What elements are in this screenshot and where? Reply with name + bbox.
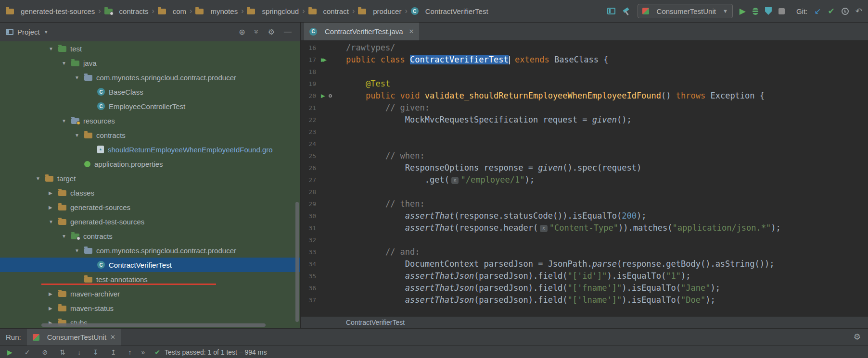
breadcrumb-item-springcloud[interactable]: springcloud bbox=[247, 7, 299, 15]
git-update-icon[interactable]: ↙ bbox=[814, 7, 821, 15]
run-settings-gear-icon[interactable]: ⚙ bbox=[854, 332, 861, 342]
run-with-coverage-button[interactable] bbox=[765, 7, 772, 15]
project-view-dropdown-icon[interactable]: ▼ bbox=[44, 29, 49, 35]
rerun-tests-icon[interactable]: ▶ bbox=[7, 349, 13, 356]
expand-down-icon[interactable]: ▼ bbox=[45, 46, 58, 51]
tree-item-shouldreturnemployeewhenemployeeid[interactable]: shouldReturnEmployeeWhenEmployeeIdFound.… bbox=[0, 142, 300, 157]
breadcrumb-item-mynotes[interactable]: mynotes bbox=[195, 7, 238, 15]
run-test-icon[interactable]: ▶ bbox=[321, 93, 325, 99]
breadcrumb-item-com[interactable]: com bbox=[158, 7, 186, 15]
tree-item-generated-sources[interactable]: ▶generated-sources bbox=[0, 200, 300, 214]
breadcrumb-item-producer[interactable]: producer bbox=[358, 7, 401, 15]
folder-green-icon bbox=[71, 61, 79, 66]
run-class-icon[interactable]: ▶▶ bbox=[321, 57, 328, 63]
line-number: 32 bbox=[301, 236, 320, 244]
run-panel-tab[interactable]: ConsumerTestUnit ✕ bbox=[27, 329, 121, 346]
tree-item-com-mynotes-springcloud-contract-p[interactable]: ▼com.mynotes.springcloud.contract.produc… bbox=[0, 70, 300, 85]
folder-tan-icon bbox=[158, 9, 166, 14]
run-button[interactable]: ▶ bbox=[740, 7, 746, 15]
sort-alphabetically-icon[interactable]: ⇅ bbox=[60, 349, 65, 356]
tree-item-application-properties[interactable]: application.properties bbox=[0, 157, 300, 171]
breadcrumb-item-contract[interactable]: contract bbox=[308, 7, 349, 15]
tree-item-classes[interactable]: ▶classes bbox=[0, 185, 300, 200]
collapse-all-icon[interactable]: » bbox=[252, 30, 261, 34]
tree-item-target[interactable]: ▼target bbox=[0, 171, 300, 185]
expand-right-icon[interactable]: ▶ bbox=[45, 205, 58, 210]
debug-button[interactable] bbox=[753, 8, 758, 15]
breadcrumb-item-generated-test-sources[interactable]: generated-test-sources bbox=[6, 7, 95, 15]
expand-right-icon[interactable]: ▶ bbox=[45, 291, 58, 296]
line-number: 35 bbox=[301, 272, 320, 280]
breadcrumb-item-contractverifiertest[interactable]: ContractVerifierTest bbox=[411, 7, 488, 15]
tree-item-test[interactable]: ▼test bbox=[0, 41, 300, 56]
tree-item-contractverifiertest[interactable]: ContractVerifierTest bbox=[0, 258, 300, 272]
tree-horizontal-scrollbar[interactable] bbox=[41, 323, 266, 327]
tree-item-label: generated-test-sources bbox=[70, 218, 144, 226]
code-text: public class ContractVerifierTest extend… bbox=[334, 54, 609, 66]
expand-down-icon[interactable]: ▼ bbox=[45, 219, 58, 224]
stop-button[interactable] bbox=[779, 8, 785, 14]
tree-vertical-scrollbar[interactable] bbox=[295, 202, 299, 322]
expand-right-icon[interactable]: ▶ bbox=[45, 190, 58, 196]
code-line-17: 17▶▶public class ContractVerifierTest ex… bbox=[301, 54, 868, 66]
hide-panel-icon[interactable]: — bbox=[284, 27, 292, 36]
code-text: ResponseOptions response = given().spec(… bbox=[334, 162, 641, 174]
toggle-auto-test-icon[interactable]: ✓ bbox=[25, 349, 30, 356]
code-editor[interactable]: 16/rawtypes/17▶▶public class ContractVer… bbox=[301, 41, 868, 316]
tree-item-maven-status[interactable]: ▶maven-status bbox=[0, 301, 300, 315]
breadcrumb-separator-icon: › bbox=[152, 7, 154, 15]
close-run-tab-icon[interactable]: ✕ bbox=[110, 333, 115, 341]
sort-by-duration-icon[interactable]: ↓ bbox=[77, 349, 81, 356]
locate-file-icon[interactable]: ⊕ bbox=[239, 27, 245, 37]
tree-item-contracts[interactable]: ▼contracts bbox=[0, 229, 300, 243]
folder-tan-icon bbox=[358, 9, 366, 14]
line-number: 36 bbox=[301, 284, 320, 292]
line-number: 33 bbox=[301, 248, 320, 256]
parameter-hint-chip: s bbox=[540, 225, 548, 232]
tree-item-java[interactable]: ▼java bbox=[0, 56, 300, 70]
close-tab-icon[interactable]: ✕ bbox=[409, 28, 414, 35]
git-commit-icon[interactable]: ✔ bbox=[828, 7, 835, 15]
project-window-icon bbox=[6, 29, 13, 35]
folder-green-icon bbox=[58, 46, 66, 52]
expand-down-icon[interactable]: ▼ bbox=[58, 234, 71, 239]
expand-down-icon[interactable]: ▼ bbox=[32, 176, 45, 181]
code-text: // given: bbox=[334, 102, 430, 114]
git-rollback-icon[interactable]: ↶ bbox=[855, 7, 862, 15]
line-number: 34 bbox=[301, 260, 320, 268]
git-history-icon[interactable] bbox=[842, 8, 849, 15]
expand-down-icon[interactable]: ▼ bbox=[58, 118, 71, 123]
tree-item-contracts[interactable]: ▼contracts bbox=[0, 128, 300, 142]
editor-tab-active[interactable]: ContractVerifierTest.java ✕ bbox=[304, 23, 419, 40]
settings-gear-icon[interactable]: ⚙ bbox=[268, 27, 275, 37]
code-line-19: 19 @Test bbox=[301, 78, 868, 90]
collapse-all-icon[interactable]: ↥ bbox=[111, 349, 116, 356]
expand-down-icon[interactable]: ▼ bbox=[71, 75, 84, 80]
tree-item-generated-test-sources[interactable]: ▼generated-test-sources bbox=[0, 214, 300, 229]
expand-all-icon[interactable]: ↧ bbox=[93, 349, 99, 356]
tree-item-maven-archiver[interactable]: ▶maven-archiver bbox=[0, 286, 300, 301]
previous-failed-test-icon[interactable]: ↑ bbox=[128, 349, 131, 356]
code-text: MockMvcRequestSpecification request = gi… bbox=[334, 114, 632, 126]
tree-item-com-mynotes-springcloud-contract-p[interactable]: ▼com.mynotes.springcloud.contract.produc… bbox=[0, 243, 300, 258]
folder-tan-icon bbox=[195, 9, 204, 14]
build-project-icon[interactable] bbox=[622, 7, 631, 15]
more-actions-icon[interactable]: » bbox=[141, 348, 145, 356]
class-icon bbox=[97, 88, 105, 96]
open-tool-window-icon[interactable] bbox=[607, 8, 615, 14]
tree-item-resources[interactable]: ▼resources bbox=[0, 113, 300, 128]
expand-down-icon[interactable]: ▼ bbox=[71, 248, 84, 253]
expand-down-icon[interactable]: ▼ bbox=[58, 61, 71, 66]
tree-item-label: com.mynotes.springcloud.contract.produce… bbox=[96, 247, 236, 255]
breadcrumb-item-contracts[interactable]: contracts bbox=[104, 7, 149, 15]
editor-breadcrumb-item[interactable]: ContractVerifierTest bbox=[346, 319, 405, 326]
run-configuration-combo[interactable]: ConsumerTestUnit ▼ bbox=[638, 4, 733, 18]
tree-item-baseclass[interactable]: BaseClass bbox=[0, 85, 300, 99]
expand-right-icon[interactable]: ▶ bbox=[45, 306, 58, 311]
tree-item-employeecontrollertest[interactable]: EmployeeControllerTest bbox=[0, 99, 300, 113]
expand-down-icon[interactable]: ▼ bbox=[71, 133, 84, 138]
folder-green-badge-icon bbox=[71, 234, 79, 239]
hide-passed-icon[interactable]: ⊘ bbox=[42, 349, 48, 356]
main-area: Project ▼ ⊕ » ⚙ — ▼test▼java▼com.mynotes… bbox=[0, 23, 868, 328]
project-panel-header: Project ▼ ⊕ » ⚙ — bbox=[0, 23, 300, 41]
